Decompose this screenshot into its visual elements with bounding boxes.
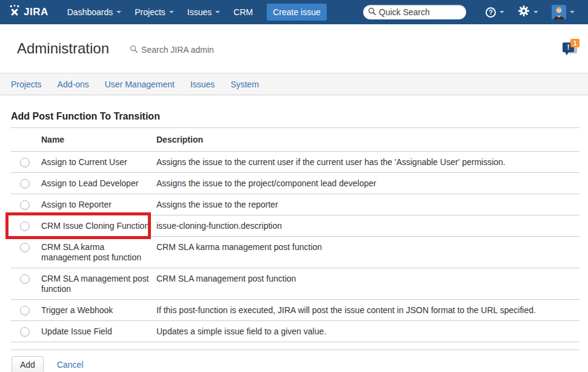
tab-issues[interactable]: Issues: [190, 79, 215, 89]
row-description: Assigns the issue to the current user if…: [156, 157, 580, 167]
admin-search-input[interactable]: [141, 45, 232, 55]
table-row[interactable]: Trigger a Webhook If this post-function …: [11, 300, 580, 321]
notifications-button[interactable]: ! 1: [561, 39, 580, 58]
row-description: If this post-function is executed, JIRA …: [156, 305, 580, 316]
search-icon: [368, 7, 376, 18]
description-column-header: Description: [156, 135, 580, 145]
nav-item-issues[interactable]: Issues: [181, 0, 227, 24]
page-section-title: Administration: [17, 40, 109, 57]
nav-item-label: CRM: [233, 7, 253, 17]
cancel-link[interactable]: Cancel: [57, 360, 84, 370]
form-actions: Add Cancel: [11, 350, 580, 372]
row-name: Assign to Current User: [41, 157, 156, 167]
table-row[interactable]: Assign to Lead Developer Assigns the iss…: [11, 173, 580, 194]
jira-logo[interactable]: JIRA: [8, 4, 48, 20]
chevron-down-icon: [533, 11, 538, 13]
notification-count-badge: 1: [570, 39, 580, 47]
row-description: Updates a simple issue field to a given …: [156, 326, 580, 337]
row-description: CRM SLA management post function: [156, 274, 580, 284]
nav-item-crm[interactable]: CRM: [227, 0, 259, 24]
radio-button[interactable]: [20, 327, 30, 337]
tab-system[interactable]: System: [230, 79, 259, 89]
table-row[interactable]: Assign to Reporter Assigns the issue to …: [11, 194, 580, 215]
nav-item-label: Dashboards: [67, 7, 113, 17]
radio-button[interactable]: [20, 243, 30, 252]
row-name: CRM SLA karma management post function: [41, 242, 156, 263]
radio-button[interactable]: [20, 222, 30, 231]
top-navbar: JIRA Dashboards Projects Issues CRM Crea…: [0, 0, 588, 24]
nav-item-label: Issues: [187, 7, 212, 17]
tab-add-ons[interactable]: Add-ons: [58, 79, 89, 89]
table-row[interactable]: CRM SLA karma management post function C…: [11, 237, 580, 268]
row-description: CRM SLA karma management post function: [156, 242, 580, 252]
create-issue-button[interactable]: Create issue: [267, 4, 327, 21]
row-name: Assign to Lead Developer: [41, 178, 156, 189]
help-menu[interactable]: ?: [481, 7, 509, 18]
brand-name: JIRA: [24, 6, 48, 18]
avatar: [552, 5, 566, 19]
admin-header: Administration ! 1: [0, 24, 588, 73]
main-content: Add Post Function To Transition Name Des…: [0, 111, 588, 342]
gear-icon: [518, 5, 530, 19]
table-row[interactable]: CRM SLA management post function CRM SLA…: [11, 268, 580, 300]
row-name: CRM SLA management post function: [41, 274, 156, 294]
add-button[interactable]: Add: [12, 356, 44, 372]
nav-item-projects[interactable]: Projects: [128, 0, 181, 24]
jira-logo-icon: [8, 4, 21, 20]
quick-search-box: [363, 5, 466, 19]
radio-button[interactable]: [20, 274, 30, 284]
table-row-highlighted[interactable]: CRM Issue Cloning Function issue-cloning…: [11, 215, 580, 237]
table-row[interactable]: Update Issue Field Updates a simple issu…: [11, 321, 580, 342]
chevron-down-icon: [215, 11, 220, 13]
row-name: Update Issue Field: [41, 326, 156, 337]
quick-search-input[interactable]: [379, 7, 458, 17]
table-row[interactable]: Assign to Current User Assigns the issue…: [11, 152, 580, 173]
chevron-down-icon: [499, 11, 504, 13]
search-icon: [130, 44, 138, 55]
chevron-down-icon: [116, 11, 121, 13]
page-title: Add Post Function To Transition: [11, 111, 580, 128]
help-icon: ?: [486, 7, 496, 18]
admin-tab-bar: Projects Add-ons User Management Issues …: [0, 73, 588, 95]
tab-user-management[interactable]: User Management: [105, 79, 175, 89]
row-description: Assigns the issue to the reporter: [156, 200, 580, 210]
chevron-down-icon: [570, 11, 575, 13]
row-name: Trigger a Webhook: [41, 305, 156, 316]
post-function-table: Name Description Assign to Current User …: [11, 128, 580, 342]
row-name: Assign to Reporter: [41, 200, 156, 210]
tab-projects[interactable]: Projects: [11, 79, 42, 89]
table-header-row: Name Description: [11, 128, 580, 152]
chevron-down-icon: [169, 11, 174, 13]
radio-button[interactable]: [20, 179, 30, 189]
admin-search-box: [130, 44, 232, 55]
settings-menu[interactable]: [513, 5, 543, 19]
radio-button[interactable]: [20, 158, 30, 167]
nav-item-label: Projects: [135, 7, 165, 17]
radio-button[interactable]: [20, 306, 30, 316]
user-menu[interactable]: [547, 5, 580, 19]
radio-button[interactable]: [20, 200, 30, 210]
row-name: CRM Issue Cloning Function: [41, 221, 156, 231]
row-description: Assigns the issue to the project/compone…: [156, 178, 580, 189]
name-column-header: Name: [41, 135, 156, 145]
row-description: issue-cloning-function.description: [156, 221, 580, 231]
nav-item-dashboards[interactable]: Dashboards: [61, 0, 129, 24]
